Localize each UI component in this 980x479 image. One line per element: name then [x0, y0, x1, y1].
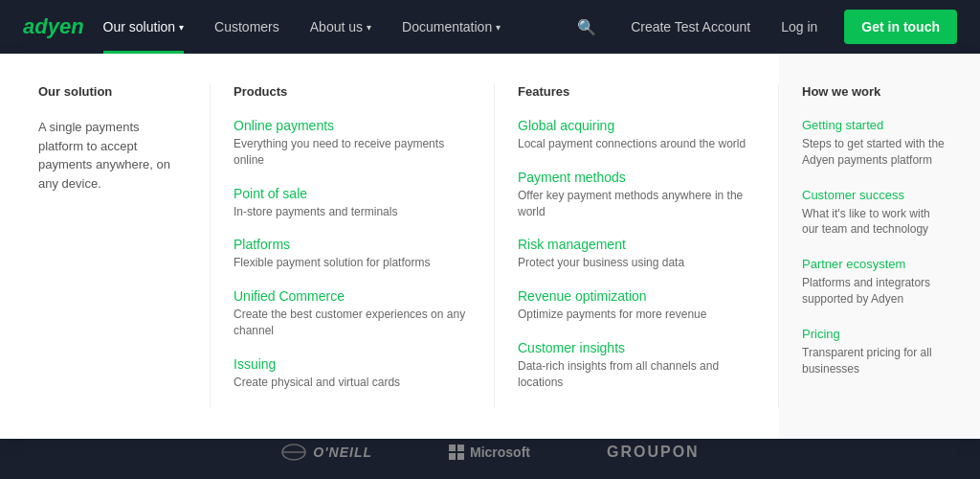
product-issuing[interactable]: Issuing — [234, 356, 471, 372]
brand-groupon: GROUPON — [607, 444, 700, 461]
brand-oneill: O'NEILL — [280, 443, 372, 462]
howwework-partner-ecosystem-desc: Platforms and integrators supported by A… — [802, 275, 949, 308]
navbar: adyen Our solution ▾ Customers About us … — [0, 0, 980, 54]
feature-payment-methods[interactable]: Payment methods — [518, 170, 755, 185]
howwework-pricing[interactable]: Pricing — [802, 327, 949, 341]
list-item: Payment methods Offer key payment method… — [518, 170, 755, 220]
howwework-getting-started-desc: Steps to get started with the Adyen paym… — [802, 136, 949, 169]
feature-customer-insights-desc: Data-rich insights from all channels and… — [518, 358, 755, 391]
nav-label-documentation: Documentation — [402, 19, 492, 34]
feature-risk-management[interactable]: Risk management — [518, 237, 755, 252]
brand-microsoft: Microsoft — [449, 445, 530, 460]
list-item: Partner ecosystem Platforms and integrat… — [802, 257, 949, 308]
list-item: Pricing Transparent pricing for all busi… — [802, 327, 949, 377]
list-item: Risk management Protect your business us… — [518, 237, 755, 271]
create-account-link[interactable]: Create Test Account — [619, 19, 762, 34]
dropdown-panel: Our solution A single payments platform … — [0, 54, 980, 439]
list-item: Customer success What it's like to work … — [802, 188, 949, 239]
chevron-down-icon: ▾ — [179, 22, 184, 33]
list-item: Issuing Create physical and virtual card… — [234, 356, 471, 391]
list-item: Platforms Flexible payment solution for … — [234, 237, 471, 271]
product-issuing-desc: Create physical and virtual cards — [234, 375, 471, 391]
brand-oneill-text: O'NEILL — [313, 445, 372, 460]
nav-label-about-us: About us — [310, 19, 363, 34]
feature-payment-methods-desc: Offer key payment methods anywhere in th… — [518, 188, 755, 220]
dropdown-col-how-we-work: How we work Getting started Steps to get… — [779, 54, 980, 439]
search-icon[interactable]: 🔍 — [569, 11, 604, 44]
list-item: Online payments Everything you need to r… — [234, 118, 471, 169]
howwework-partner-ecosystem[interactable]: Partner ecosystem — [802, 257, 949, 271]
dropdown-col-products: Products Online payments Everything you … — [211, 84, 495, 408]
col-title-our-solution: Our solution — [38, 84, 187, 99]
nav-label-customers: Customers — [214, 19, 279, 34]
product-point-of-sale-desc: In-store payments and terminals — [234, 204, 471, 220]
howwework-getting-started[interactable]: Getting started — [802, 118, 949, 132]
list-item: Global acquiring Local payment connectio… — [518, 118, 755, 152]
brand-microsoft-text: Microsoft — [470, 445, 530, 460]
dropdown-col-our-solution: Our solution A single payments platform … — [38, 84, 211, 408]
get-in-touch-button[interactable]: Get in touch — [844, 10, 957, 44]
brand-groupon-text: GROUPON — [607, 444, 700, 460]
nav-item-documentation[interactable]: Documentation ▾ — [390, 0, 512, 54]
logo[interactable]: adyen — [23, 14, 84, 39]
col-title-how-we-work: How we work — [802, 84, 949, 99]
nav-item-about-us[interactable]: About us ▾ — [299, 0, 383, 54]
howwework-pricing-desc: Transparent pricing for all businesses — [802, 345, 949, 377]
col-intro-our-solution: A single payments platform to accept pay… — [38, 118, 187, 193]
product-unified-commerce-desc: Create the best customer experiences on … — [234, 307, 471, 339]
product-platforms[interactable]: Platforms — [234, 237, 471, 252]
log-in-link[interactable]: Log in — [769, 19, 829, 34]
list-item: Point of sale In-store payments and term… — [234, 186, 471, 220]
list-item: Getting started Steps to get started wit… — [802, 118, 949, 169]
product-platforms-desc: Flexible payment solution for platforms — [234, 255, 471, 271]
nav-label-our-solution: Our solution — [103, 19, 175, 34]
nav-item-customers[interactable]: Customers — [203, 0, 291, 54]
feature-risk-management-desc: Protect your business using data — [518, 255, 755, 271]
list-item: Customer insights Data-rich insights fro… — [518, 340, 755, 391]
feature-global-acquiring[interactable]: Global acquiring — [518, 118, 755, 133]
product-point-of-sale[interactable]: Point of sale — [234, 186, 471, 201]
nav-item-our-solution[interactable]: Our solution ▾ — [92, 0, 195, 54]
list-item: Unified Commerce Create the best custome… — [234, 288, 471, 339]
chevron-down-icon-docs: ▾ — [496, 22, 501, 33]
feature-revenue-optimization[interactable]: Revenue optimization — [518, 288, 755, 304]
feature-global-acquiring-desc: Local payment connections around the wor… — [518, 136, 755, 152]
microsoft-grid-icon — [449, 445, 464, 460]
feature-revenue-optimization-desc: Optimize payments for more revenue — [518, 307, 755, 323]
product-online-payments[interactable]: Online payments — [234, 118, 471, 133]
chevron-down-icon-about: ▾ — [367, 22, 371, 33]
product-online-payments-desc: Everything you need to receive payments … — [234, 136, 471, 169]
col-title-products: Products — [234, 84, 471, 99]
dropdown-col-features: Features Global acquiring Local payment … — [495, 84, 779, 408]
col-title-features: Features — [518, 84, 755, 99]
howwework-customer-success-desc: What it's like to work with our team and… — [802, 206, 949, 239]
product-unified-commerce[interactable]: Unified Commerce — [234, 288, 471, 304]
howwework-customer-success[interactable]: Customer success — [802, 188, 949, 202]
feature-customer-insights[interactable]: Customer insights — [518, 340, 755, 355]
list-item: Revenue optimization Optimize payments f… — [518, 288, 755, 323]
